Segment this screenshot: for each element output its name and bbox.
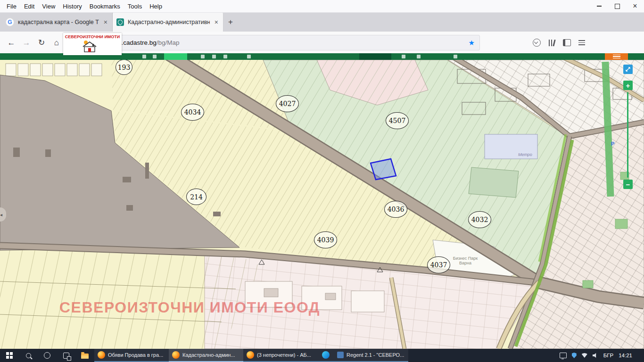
zoom-out-button[interactable]: − [623,180,633,189]
sidebar-icon [563,39,571,46]
parcel-number-bubble: 4027 [276,95,299,112]
map-menu-button[interactable] [605,53,628,60]
search-icon [26,353,31,358]
selected-parcel[interactable] [371,159,396,180]
parcel-number-bubble: 193 [116,59,132,75]
map-toolbar-icon[interactable] [402,55,405,58]
place-label-business-park: Бизнес Парк Варна [452,256,479,265]
library-icon [549,40,555,46]
tab-cadastre-map[interactable]: Кадастрално-административн × [113,13,223,32]
new-tab-button[interactable]: + [223,13,238,32]
clock[interactable]: 14:21 [619,353,632,358]
firefox-icon [247,351,254,359]
url-text[interactable]: https://kais.cadastre.bg/bg/Map [91,39,465,46]
minimize-button[interactable] [590,0,608,12]
taskbar-app-regent[interactable]: Regent 2.1 - "СЕВЕРО... [334,349,408,362]
map-toolbar-icon[interactable] [212,55,216,58]
agency-watermark: СЕВЕРОИЗТОЧНИ ИМОТИ ЕООД [59,299,320,316]
maximize-icon [615,4,620,9]
firefox-icon [98,351,105,359]
task-view-icon [63,353,69,359]
tab-close-icon[interactable]: × [214,18,219,26]
close-button[interactable]: × [626,0,644,12]
fullscreen-icon [625,66,631,72]
menu-edit[interactable]: Edit [20,3,38,10]
maximize-button[interactable] [608,0,626,12]
cortana-icon [44,352,50,359]
file-explorer-button[interactable] [75,349,94,362]
tray-security-icon[interactable] [572,353,577,358]
taskbar-app-mail[interactable]: (3 непрочетени) - АБ... [243,349,318,362]
parcel-number-bubble: 4032 [468,211,491,228]
map-toolbar-icon[interactable] [417,55,421,58]
parcel-number-bubble: 4034 [181,104,204,121]
menu-file[interactable]: File [3,3,20,10]
start-button[interactable] [0,349,19,362]
tab-title: Кадастрално-административн [128,19,210,25]
pocket-icon [533,39,541,47]
house-logo-icon [80,39,105,53]
taskbar-app-browser[interactable] [318,349,334,362]
minimize-icon [597,6,602,7]
google-favicon: G [6,18,14,26]
library-button[interactable] [544,35,559,50]
reload-button[interactable]: ↻ [34,35,49,50]
taskbar-app-title: Кадастрално-админ... [182,352,240,358]
map-toolbar-icon[interactable] [454,55,457,58]
map-toolbar-icon[interactable] [223,55,227,58]
tab-title: кадастрална карта - Google Тъ [18,19,99,25]
parcel-number-bubble: 4039 [314,231,337,248]
url-path: /bg/Map [157,39,180,46]
parking-label: P [611,141,614,147]
zoom-in-button[interactable]: + [623,81,633,90]
hamburger-icon [613,55,620,56]
bookmark-star-icon[interactable]: ★ [469,39,475,47]
tab-google-search[interactable]: G кадастрална карта - Google Тъ × [2,13,113,32]
language-indicator[interactable]: БГР [603,353,613,358]
system-tray: БГР 14:21 [560,349,644,362]
map-toolbar-green-button[interactable] [164,53,187,60]
agency-logo: СЕВЕРОИЗТОЧНИ ИМОТИ [63,33,122,55]
task-view-button[interactable] [57,349,75,362]
app-menu-button[interactable] [574,35,589,50]
tray-display-icon[interactable] [560,353,567,358]
map-toolbar-icon[interactable] [201,55,205,58]
taskbar-app-title: (3 непрочетени) - АБ... [257,352,314,358]
taskbar-app-listings[interactable]: Обяви Продава в гра... [94,349,169,362]
firefox-icon [172,351,180,359]
zoom-slider[interactable] [627,92,628,178]
cortana-button[interactable] [38,349,57,362]
menu-view[interactable]: View [38,3,59,10]
menu-history[interactable]: History [59,3,85,10]
tray-volume-icon[interactable] [593,353,598,358]
back-button[interactable]: ← [4,35,19,50]
fullscreen-button[interactable] [623,65,633,74]
windows-taskbar: Обяви Продава в гра... Кадастрално-админ… [0,349,644,362]
folder-icon [81,354,89,359]
forward-button[interactable]: → [19,35,34,50]
pocket-button[interactable] [529,35,544,50]
map-viewport[interactable]: 193 4034 4027 4507 214 4036 4039 4032 40… [0,53,644,349]
tray-network-icon[interactable] [582,353,587,358]
window-controls: × [590,0,644,12]
menu-help[interactable]: Help [146,3,166,10]
map-toolbar-icon[interactable] [153,55,157,58]
map-toolbar-icon[interactable] [142,55,146,58]
menu-tools[interactable]: Tools [124,3,146,10]
home-button[interactable]: ⌂ [49,35,64,50]
map-toolbar-dark-button[interactable] [359,53,391,60]
taskbar-app-title: Обяви Продава в гра... [108,352,165,358]
edge-icon [322,351,330,359]
sidebar-button[interactable] [559,35,574,50]
kais-favicon [116,18,124,26]
menu-bookmarks[interactable]: Bookmarks [86,3,124,10]
map-toolbar-icon[interactable] [247,55,251,58]
parcel-number-bubble: 4037 [427,256,450,273]
taskbar-search-button[interactable] [19,349,38,362]
tab-close-icon[interactable]: × [103,18,108,26]
agency-logo-text: СЕВЕРОИЗТОЧНИ ИМОТИ [65,34,120,39]
tab-bar: G кадастрална карта - Google Тъ × Кадаст… [0,13,644,32]
taskbar-app-cadastre[interactable]: Кадастрално-админ... [169,349,243,362]
url-bar[interactable]: https://kais.cadastre.bg/bg/Map ★ [68,35,480,50]
parcel-number-bubble: 214 [186,189,206,205]
